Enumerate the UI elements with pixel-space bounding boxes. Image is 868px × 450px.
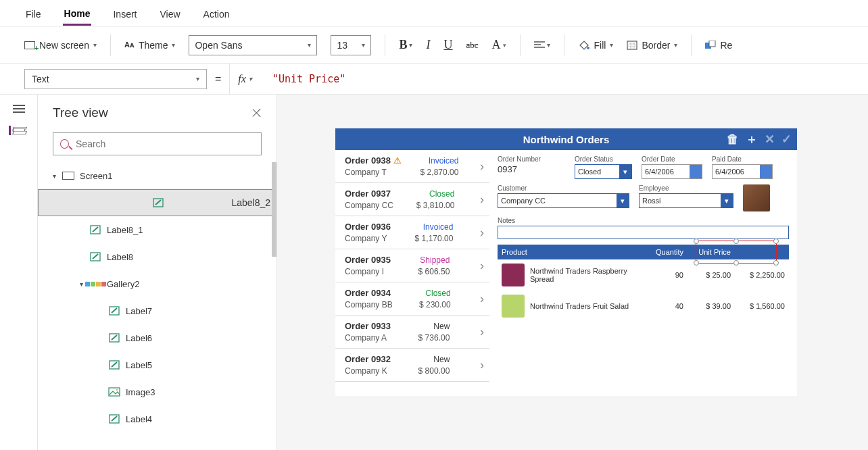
menu-view[interactable]: View — [158, 2, 181, 24]
theme-label: Theme — [139, 40, 168, 51]
chevron-down-icon: ▾ — [610, 41, 613, 49]
divider — [110, 34, 111, 56]
border-icon — [627, 41, 637, 50]
hamburger-icon[interactable] — [13, 103, 25, 115]
cancel-icon[interactable]: ✕ — [765, 132, 775, 147]
tree-title: Tree view — [53, 105, 108, 120]
tree-scrollbar[interactable] — [272, 162, 276, 257]
reorder-button[interactable]: Re — [705, 40, 732, 51]
customer-select[interactable]: Company CC▾ — [498, 193, 629, 208]
menu-file[interactable]: File — [24, 2, 43, 24]
fill-label: Fill — [594, 40, 606, 51]
tree-item-Label8_2[interactable]: Label8_2 — [38, 189, 276, 216]
new-screen-button[interactable]: New screen ▾ — [24, 40, 97, 51]
tree-item-Screen1[interactable]: ▾Screen1 — [38, 162, 276, 189]
order-list[interactable]: Order 0938⚠Company TInvoiced$ 2,870.00›O… — [335, 150, 489, 396]
theme-icon: Aᴀ — [124, 41, 135, 49]
app-preview: Northwind Orders 🗑 ＋ ✕ ✓ Order 0938⚠Comp… — [335, 128, 797, 396]
order-row[interactable]: Order 0935Company IShipped$ 606.50› — [335, 249, 489, 282]
menu-action[interactable]: Action — [202, 2, 231, 24]
order-row[interactable]: Order 0936Company YInvoiced$ 1,170.00› — [335, 216, 489, 249]
align-button[interactable]: ▾ — [534, 41, 550, 49]
strike-button[interactable]: abc — [466, 40, 478, 51]
search-icon — [60, 139, 69, 149]
order-row[interactable]: Order 0937Company CCClosed$ 3,810.00› — [335, 183, 489, 216]
tree-item-Image3[interactable]: Image3 — [38, 378, 276, 405]
tree-item-Label7[interactable]: Label7 — [38, 297, 276, 324]
chevron-right-icon: › — [480, 159, 484, 174]
chevron-right-icon: › — [480, 358, 484, 372]
close-icon[interactable] — [252, 108, 262, 118]
menu-home[interactable]: Home — [63, 1, 92, 26]
formula-input[interactable]: "Unit Price" — [260, 73, 345, 85]
svg-point-0 — [587, 47, 589, 49]
tree-item-Label8[interactable]: Label8 — [38, 243, 276, 270]
underline-button[interactable]: U — [443, 38, 452, 52]
plus-icon[interactable]: ＋ — [746, 131, 758, 147]
calendar-icon — [690, 165, 702, 178]
tree-item-Label8_1[interactable]: Label8_1 — [38, 216, 276, 243]
col-unit: Unit Price — [683, 248, 731, 256]
order-row[interactable]: Order 0933Company ANew$ 736.00› — [335, 316, 489, 349]
app-title-bar: Northwind Orders 🗑 ＋ ✕ ✓ — [335, 128, 797, 150]
italic-button[interactable]: I — [426, 38, 430, 52]
main-menu: File Home Insert View Action — [0, 0, 868, 27]
formula-bar: Text ▾ = fx ▾ "Unit Price" — [0, 64, 868, 95]
main-area: Tree view ▾Screen1Label8_2Label8_1Label8… — [0, 95, 868, 450]
label-order-number: Order Number — [498, 155, 565, 163]
chevron-down-icon: ▾ — [196, 75, 199, 82]
order-date-input[interactable]: 6/4/2006 — [642, 164, 702, 179]
tree-search[interactable] — [53, 132, 262, 155]
svg-point-11 — [116, 389, 118, 391]
new-screen-label: New screen — [39, 40, 89, 51]
chevron-down-icon: ▾ — [674, 41, 677, 49]
grid-row[interactable]: Northwind Traders Raspberry Spread90$ 25… — [498, 259, 789, 291]
treeview-rail-button[interactable] — [9, 126, 25, 135]
employee-avatar — [743, 184, 770, 211]
tree-item-Label4[interactable]: Label4 — [38, 405, 276, 432]
chevron-right-icon: › — [480, 325, 484, 339]
fx-button[interactable]: fx ▾ — [229, 64, 260, 95]
fontcolor-button[interactable]: A▾ — [492, 38, 506, 52]
chevron-down-icon: ▾ — [619, 165, 631, 178]
tree-item-Label5[interactable]: Label5 — [38, 351, 276, 378]
notes-input[interactable] — [498, 226, 789, 239]
trash-icon[interactable]: 🗑 — [727, 132, 739, 147]
equals-label: = — [215, 73, 221, 85]
chevron-down-icon: ▾ — [93, 41, 97, 49]
paint-icon — [578, 40, 590, 51]
app-title-tools: 🗑 ＋ ✕ ✓ — [727, 131, 792, 147]
value-order-number: 0937 — [498, 164, 565, 174]
tree-item-Label6[interactable]: Label6 — [38, 324, 276, 351]
chevron-right-icon: › — [480, 292, 484, 306]
divider — [520, 34, 521, 56]
order-row[interactable]: Order 0934Company BBClosed$ 230.00› — [335, 282, 489, 316]
chevron-down-icon: ▾ — [362, 41, 365, 49]
order-row[interactable]: Order 0938⚠Company TInvoiced$ 2,870.00› — [335, 150, 489, 183]
grid-row[interactable]: Northwind Traders Fruit Salad40$ 39.00$ … — [498, 291, 789, 322]
chevron-right-icon: › — [480, 259, 484, 273]
grid-rows: Northwind Traders Raspberry Spread90$ 25… — [498, 259, 789, 322]
chevron-down-icon: ▾ — [249, 75, 252, 82]
order-status-select[interactable]: Closed▾ — [575, 164, 632, 179]
menu-insert[interactable]: Insert — [112, 2, 138, 24]
paid-date-input[interactable]: 6/4/2006 — [712, 164, 773, 179]
chevron-down-icon: ▾ — [721, 194, 733, 207]
font-select[interactable]: Open Sans ▾ — [189, 35, 317, 55]
search-input[interactable] — [76, 139, 254, 149]
property-select[interactable]: Text ▾ — [24, 69, 207, 89]
canvas[interactable]: Northwind Orders 🗑 ＋ ✕ ✓ Order 0938⚠Comp… — [277, 95, 868, 450]
border-label: Border — [642, 40, 670, 51]
order-row[interactable]: Order 0932Company KNew$ 800.00› — [335, 349, 489, 382]
divider — [564, 34, 564, 56]
theme-button[interactable]: Aᴀ Theme ▾ — [124, 40, 176, 51]
fontsize-select[interactable]: 13 ▾ — [331, 35, 371, 55]
fontsize-value: 13 — [337, 40, 347, 51]
fill-button[interactable]: Fill ▾ — [578, 40, 614, 51]
employee-select[interactable]: Rossi▾ — [639, 193, 733, 208]
tree-item-Gallery2[interactable]: ▾Gallery2 — [38, 270, 276, 297]
bold-button[interactable]: B▾ — [399, 38, 412, 52]
border-button[interactable]: Border ▾ — [627, 40, 677, 51]
check-icon[interactable]: ✓ — [781, 132, 792, 147]
left-rail — [0, 95, 38, 450]
